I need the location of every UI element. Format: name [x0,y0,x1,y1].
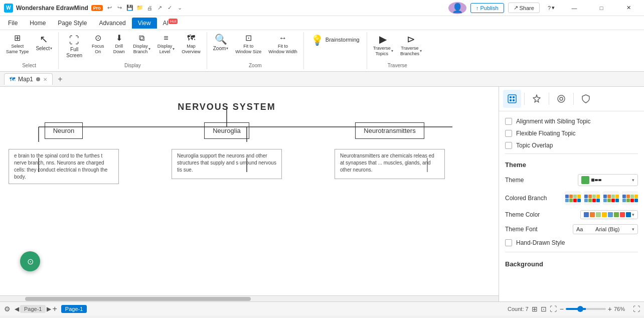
focus-on-button[interactable]: ⊙ FocusOn [88,32,108,57]
page-tab-1[interactable]: Page-1 [20,305,46,313]
status-table-icon[interactable]: ⊞ [532,305,538,313]
alignment-sibling-label: Alignment with Sibling Topic [516,118,591,125]
help-button[interactable]: ?▾ [544,3,559,13]
zoom-icon: 🔍 [215,34,227,44]
traverse-topics-button[interactable]: ▶ TraverseTopics ▾ [370,32,396,59]
maximize-button[interactable]: □ [590,1,613,16]
export-button[interactable]: ↗ [156,4,164,12]
map-overview-button[interactable]: 🗺 MapOverview [179,32,204,57]
theme-dropdown-arrow: ▾ [632,178,634,183]
zoom-value: 76% [614,306,630,312]
page-add-button[interactable]: + [52,304,57,313]
branches-container: Neuron e brain to the spinal cord to the… [1,122,452,184]
traverse-topics-label: TraverseTopics [373,46,391,57]
topic-overlap-checkbox[interactable] [505,142,512,149]
branch-option-2[interactable] [584,191,600,205]
traverse-branches-button[interactable]: ⊳ TraverseBranches ▾ [397,32,425,59]
panel-tab-location[interactable] [552,90,570,108]
status-fit-icon[interactable]: ⊡ [541,305,547,313]
page-nav-next[interactable]: ▶ [47,305,51,312]
h-scrollbar[interactable] [0,295,499,301]
fit-window-size-button[interactable]: ⊡ Fit toWindow Size [232,32,264,57]
checkmark-button[interactable]: ✓ [166,4,174,12]
select-label: Select [36,46,50,52]
theme-dropdown[interactable]: ▾ [578,174,638,186]
floating-button[interactable]: ⊙ [20,251,40,271]
canvas[interactable]: NERVOUS SYSTEM [0,87,499,301]
neuron-desc: e brain to the spinal cord to the furthe… [9,149,119,184]
menu-file[interactable]: File [2,18,24,29]
redo-button[interactable]: ↪ [116,4,124,12]
menu-advanced[interactable]: Advanced [93,18,131,29]
close-button[interactable]: ✕ [617,1,640,16]
panel-divider [505,153,638,154]
more-button[interactable]: ⌄ [176,4,184,12]
theme-color-picker[interactable]: ▾ [580,210,638,219]
neuron-node[interactable]: Neuron [45,122,83,139]
alignment-sibling-checkbox[interactable] [505,118,512,125]
tab-dot [36,77,40,81]
zoom-slider[interactable] [566,308,606,310]
drill-down-button[interactable]: ⬇ DrillDown [109,32,129,57]
panel-tab-ai[interactable] [528,90,546,108]
zoom-label: Zoom [213,46,226,52]
share-button[interactable]: ↗Share [508,3,540,13]
zoom-button[interactable]: 🔍 Zoom ▾ [210,32,232,54]
brainstorming-button[interactable]: 💡 NERVOUS SYSTEM Brainstorming [307,32,364,48]
branch-option-3[interactable] [603,191,619,205]
display-level-button[interactable]: ≡ DisplayLevel ▾ [154,32,178,57]
select-same-type-button[interactable]: ⊞ SelectSame Type [3,32,32,57]
display-branch-button[interactable]: ⧉ DisplayBranch ▾ [130,32,153,57]
page-navigation: ◀ Page-1 ▶ + [15,304,57,313]
panel-content: Alignment with Sibling Topic Flexible Fl… [499,111,644,275]
h-scrollbar-thumb[interactable] [25,297,251,301]
theme-font-dropdown[interactable]: Aa Arial (Big) ▾ [573,224,638,234]
menu-ai[interactable]: AIHot [157,17,184,29]
zoom-minus-button[interactable]: − [560,305,564,313]
theme-section-title: Theme [505,156,638,172]
minimize-button[interactable]: — [563,1,586,16]
save-button[interactable]: 💾 [126,4,134,12]
open-button[interactable]: 📁 [136,4,144,12]
status-expand-icon[interactable]: ⛶ [633,305,640,313]
tabs-bar: 🗺 Map1 ✕ + [0,72,644,87]
menu-home[interactable]: Home [24,18,52,29]
print-button[interactable]: 🖨 [146,4,154,12]
select-button[interactable]: ↖ Select ▾ [33,32,55,54]
tab-add-button[interactable]: + [55,74,66,85]
drill-down-icon: ⬇ [116,34,122,42]
neuroglia-node[interactable]: Neuroglia [204,122,249,139]
ribbon-group-zoom-items: 🔍 Zoom ▾ ⊡ Fit toWindow Size ↔ Fit toWin… [210,32,300,62]
ai-icon [532,94,542,104]
undo-button[interactable]: ↩ [106,4,114,12]
hand-drawn-checkbox[interactable] [505,239,512,246]
ribbon-group-display: ⛶ FullScreen ⊙ FocusOn ⬇ DrillDown ⧉ Dis… [59,32,207,69]
user-avatar[interactable]: 👤 [448,2,466,14]
status-fullscreen-icon[interactable]: ⛶ [550,305,557,313]
branch-option-boxes [565,191,638,205]
current-page-tab[interactable]: Page-1 [61,305,87,313]
branch-option-2-colors [583,194,601,203]
page-nav-prev[interactable]: ◀ [15,305,19,312]
branch-option-4[interactable] [622,191,638,205]
menu-view[interactable]: View [132,18,157,29]
branch-option-1[interactable] [565,191,581,205]
hand-drawn-option: Hand-Drawn Style [505,237,638,249]
floating-button-icon: ⊙ [27,257,34,266]
tab-close-button[interactable]: ✕ [43,77,47,82]
flexible-floating-checkbox[interactable] [505,130,512,137]
publish-button[interactable]: ↑Publish [470,3,504,13]
menu-page-style[interactable]: Page Style [52,18,93,29]
panel-tab-style[interactable] [503,90,521,108]
zoom-plus-button[interactable]: + [608,305,612,313]
tab-map1[interactable]: 🗺 Map1 ✕ [4,73,53,85]
theme-row: Theme ▾ [505,172,638,189]
full-screen-button[interactable]: ⛶ FullScreen [62,32,87,62]
neurotransmitters-node[interactable]: Neurotransmitters [355,122,424,139]
panel-tab-shield[interactable] [577,90,595,108]
fit-window-width-button[interactable]: ↔ Fit toWindow Width [265,32,300,57]
font-icon: Aa [576,226,583,232]
status-settings-icon[interactable]: ⚙ [4,305,11,313]
topic-overlap-label: Topic Overlap [516,142,553,149]
theme-label: Theme [505,177,545,184]
